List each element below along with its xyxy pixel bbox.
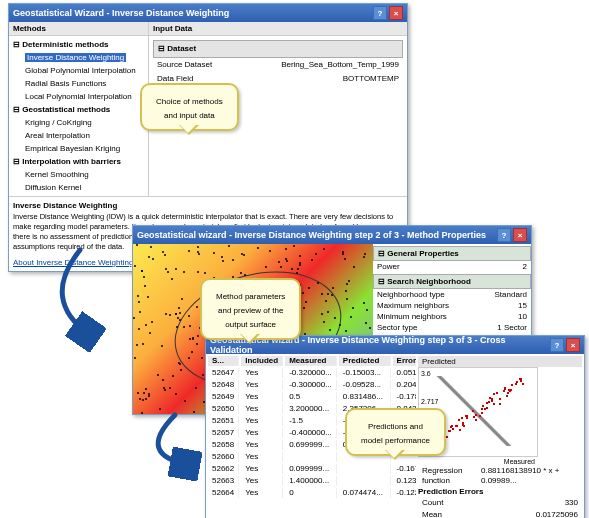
help-icon[interactable]: ? [373, 6, 387, 20]
window-title: Geostatistical wizard - Inverse Distance… [137, 230, 486, 240]
table-row[interactable]: 52649Yes0.50.831486...-0.1782... [208, 392, 416, 402]
tree-item[interactable]: Kernel Smoothing [13, 168, 144, 181]
help-icon[interactable]: ? [497, 228, 511, 242]
flow-arrow [130, 405, 220, 485]
table-row[interactable]: 52663Yes1.400000...0.1231... [208, 476, 416, 486]
general-props-section: ⊟ General Properties [373, 246, 531, 261]
desc-header: Inverse Distance Weighting [13, 201, 403, 210]
chart-tab[interactable]: Predicted [418, 356, 582, 367]
tree-item[interactable]: Kriging / CoKriging [13, 116, 144, 129]
input-header: Input Data [149, 22, 407, 36]
callout-methods: Choice of methods and input data [140, 83, 239, 131]
tree-item-idw[interactable]: Inverse Distance Weighting [25, 53, 126, 62]
tree-item[interactable]: Areal Interpolation [13, 129, 144, 142]
table-row[interactable]: 52664Yes00.074474...-0.1220... [208, 488, 416, 498]
titlebar[interactable]: Geostatistical Wizard - Inverse Distance… [9, 4, 407, 22]
tree-item[interactable]: Diffusion Kernel [13, 181, 144, 194]
methods-tree[interactable]: ⊟ Deterministic methods Inverse Distance… [9, 36, 148, 196]
callout-params: Method parameters and preview of the out… [200, 278, 301, 340]
dataset-section: ⊟ Dataset [153, 40, 403, 58]
callout-predictions: Predictions and model performance [345, 408, 446, 456]
tree-item[interactable]: Empirical Bayesian Kriging [13, 142, 144, 155]
window-title: Geostatistical Wizard - Inverse Distance… [13, 8, 229, 18]
titlebar[interactable]: Geostatistical wizard - Inverse Distance… [133, 226, 531, 244]
close-icon[interactable]: × [389, 6, 403, 20]
table-row[interactable]: 52647Yes-0.320000...-0.15003...0.0519... [208, 368, 416, 378]
tree-item[interactable]: Local Polynomial Interpolation [13, 90, 144, 103]
tree-item[interactable]: Radial Basis Functions [13, 77, 144, 90]
help-icon[interactable]: ? [550, 338, 564, 352]
flow-arrow [30, 240, 130, 360]
methods-header: Methods [9, 22, 148, 36]
close-icon[interactable]: × [566, 338, 580, 352]
table-row[interactable]: 52648Yes-0.300000...-0.09528...0.2047... [208, 380, 416, 390]
tree-item[interactable]: Global Polynomial Interpolation [13, 64, 144, 77]
close-icon[interactable]: × [513, 228, 527, 242]
